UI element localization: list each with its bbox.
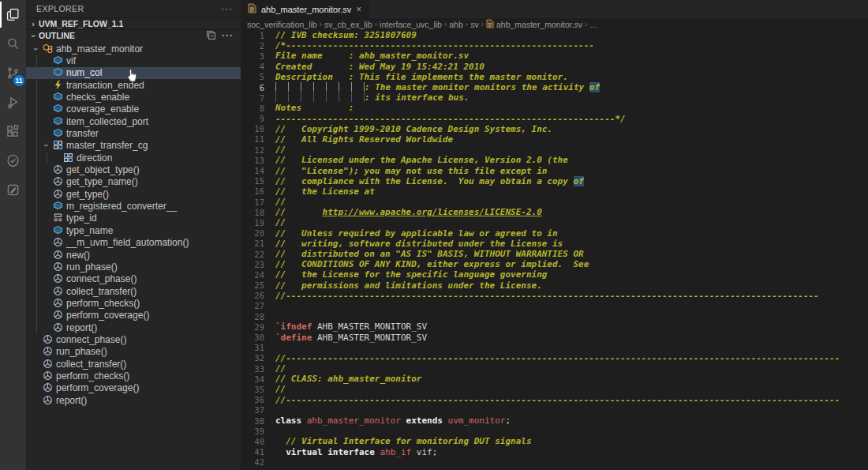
code-line-4[interactable]: 4Created : Wed May 19 15:42:21 2010 <box>241 62 868 72</box>
code-line-38[interactable]: 38class ahb_master_monitor extends uvm_m… <box>241 415 868 426</box>
code-line-41[interactable]: 41 virtual interface ahb_if vif; <box>241 447 868 457</box>
code-line-37[interactable]: 37 <box>241 405 868 415</box>
code-line-32[interactable]: 32//------------------------------------… <box>241 353 868 363</box>
breadcrumb-item-sv[interactable]: sv <box>470 20 479 29</box>
search-icon[interactable] <box>0 29 26 58</box>
outline-item-run_phase[interactable]: run_phase() <box>26 261 241 273</box>
explorer-icon[interactable] <box>0 0 26 29</box>
outline-item-report[interactable]: report() <box>26 321 241 333</box>
code-line-30[interactable]: 30`define AHB_MASTER_MONITOR_SV <box>241 332 868 342</box>
outline-item-num_col[interactable]: num_col <box>26 67 241 79</box>
breadcrumb-item-...[interactable]: ... <box>589 20 597 29</box>
code-line-11[interactable]: 11// All Rights Reserved Worldwide <box>241 134 868 145</box>
code-line-2[interactable]: 2/*-------------------------------------… <box>241 40 868 51</box>
breadcrumb-item-soc_verification_lib[interactable]: soc_verification_lib <box>247 20 317 29</box>
outline-item-vif[interactable]: vif <box>26 55 241 66</box>
code-line-35[interactable]: 35// <box>241 384 868 394</box>
code-line-36[interactable]: 36//------------------------------------… <box>241 395 868 405</box>
code-line-18[interactable]: 18// http://www.apache.org/licenses/LICE… <box>241 207 868 217</box>
code-line-16[interactable]: 16// the License at <box>241 186 868 197</box>
outline-item-type_name[interactable]: type_name <box>26 224 241 236</box>
breadcrumb-item-interface_uvc_lib[interactable]: interface_uvc_lib <box>380 20 442 29</box>
outline-item-new[interactable]: new() <box>26 249 241 261</box>
code-line-34[interactable]: 34// CLASS: ahb_master_monitor <box>241 374 868 384</box>
tab-ahb-master-monitor[interactable]: ahb_master_monitor.sv × <box>241 0 369 18</box>
code-line-24[interactable]: 24// the License for the specific langua… <box>241 269 868 280</box>
run-debug-icon[interactable] <box>0 88 26 117</box>
outline-item-perform_checks[interactable]: perform_checks() <box>26 370 241 382</box>
outline-item-collect_transfer[interactable]: collect_transfer() <box>26 285 241 297</box>
code-text: // writing, software distributed under t… <box>275 239 563 249</box>
outline-item-perform_coverage[interactable]: perform_coverage() <box>26 310 241 321</box>
section-outline[interactable]: › OUTLINE ··· <box>26 29 241 41</box>
outline-item-direction[interactable]: direction <box>26 152 241 164</box>
symbol-field-icon <box>51 67 64 78</box>
outline-item-connect_phase[interactable]: connect_phase() <box>26 333 241 345</box>
code-line-12[interactable]: 12// <box>241 145 868 155</box>
close-icon[interactable]: × <box>356 5 361 14</box>
code-line-3[interactable]: 3File name : ahb_master_monitor.sv <box>241 51 868 61</box>
outline-item-ahb_master_monitor[interactable]: ›ahb_master_monitor <box>26 43 241 55</box>
code-line-21[interactable]: 21// writing, software distributed under… <box>241 239 868 249</box>
outline-item-m_registered_converter__[interactable]: m_registered_converter__ <box>26 200 241 212</box>
notebook-icon[interactable] <box>0 175 26 205</box>
outline-item-perform_coverage[interactable]: perform_coverage() <box>26 382 241 394</box>
code-editor[interactable]: 1// IVB checksum: 32518076092/*---------… <box>241 30 868 470</box>
outline-item-item_collected_port[interactable]: item_collected_port <box>26 115 241 127</box>
code-line-8[interactable]: 8Notes : <box>241 103 868 113</box>
code-line-26[interactable]: 26//------------------------------------… <box>241 291 868 301</box>
outline-item-connect_phase[interactable]: connect_phase() <box>26 273 241 285</box>
outline-more-icon[interactable]: ··· <box>222 30 234 41</box>
code-line-33[interactable]: 33// <box>241 363 868 374</box>
code-line-27[interactable]: 27 <box>241 301 868 311</box>
tree-indent-guide <box>36 55 37 334</box>
breadcrumb-item-ahb[interactable]: ahb <box>449 20 463 29</box>
source-control-icon[interactable]: 11 <box>0 58 26 88</box>
code-line-25[interactable]: 25// permissions and limitations under t… <box>241 280 868 291</box>
symbol-field-icon <box>51 92 64 103</box>
outline-item-get_type[interactable]: get_type() <box>26 188 241 200</box>
testing-icon[interactable] <box>0 146 26 175</box>
code-line-17[interactable]: 17// <box>241 197 868 207</box>
outline-item-run_phase[interactable]: run_phase() <box>26 346 241 358</box>
outline-item-type_id[interactable]: type_id <box>26 212 241 224</box>
outline-item-label: transaction_ended <box>64 80 144 91</box>
outline-item-collect_transfer[interactable]: collect_transfer() <box>26 358 241 370</box>
outline-item-report[interactable]: report() <box>26 394 241 406</box>
outline-item-transaction_ended[interactable]: transaction_ended <box>26 79 241 91</box>
breadcrumb-item-sv_cb_ex_lib[interactable]: sv_cb_ex_lib <box>324 20 372 29</box>
outline-item-checks_enable[interactable]: checks_enable <box>26 91 241 103</box>
outline-item-get_object_type[interactable]: get_object_type() <box>26 164 241 175</box>
line-number: 40 <box>241 437 264 446</box>
code-line-9[interactable]: 9---------------------------------------… <box>241 114 868 124</box>
outline-item-get_type_name[interactable]: get_type_name() <box>26 176 241 188</box>
code-line-22[interactable]: 22// distributed on an "AS IS" BASIS, WI… <box>241 249 868 259</box>
code-line-23[interactable]: 23// CONDITIONS OF ANY KIND, either expr… <box>241 259 868 269</box>
code-line-42[interactable]: 42 <box>241 457 868 468</box>
code-line-7[interactable]: 7: its interface bus. <box>241 92 868 103</box>
code-line-31[interactable]: 31 <box>241 343 868 353</box>
code-line-6[interactable]: 6: The master monitor monitors the activ… <box>241 82 868 92</box>
code-line-28[interactable]: 28 <box>241 311 868 321</box>
outline-item-coverage_enable[interactable]: coverage_enable <box>26 103 241 115</box>
section-uvm-ref-flow[interactable]: › UVM_REF_FLOW_1.1 <box>26 17 241 29</box>
extensions-icon[interactable] <box>0 117 26 146</box>
code-line-39[interactable]: 39 <box>241 426 868 436</box>
outline-item-master_transfer_cg[interactable]: ›master_transfer_cg <box>26 140 241 152</box>
breadcrumb-item-ahb_master_monitor.sv[interactable]: ahb_master_monitor.sv <box>486 19 582 30</box>
code-line-13[interactable]: 13// Licensed under the Apache License, … <box>241 155 868 165</box>
outline-item-__m_uvm_field_automation[interactable]: __m_uvm_field_automation() <box>26 237 241 249</box>
code-line-40[interactable]: 40 // Virtual Interface for monitoring D… <box>241 436 868 446</box>
outline-item-transfer[interactable]: transfer <box>26 127 241 139</box>
code-line-19[interactable]: 19// <box>241 217 868 227</box>
explorer-more-icon[interactable]: ··· <box>221 3 233 14</box>
code-line-5[interactable]: 5Description : This file implements the … <box>241 72 868 82</box>
code-line-10[interactable]: 10// Copyright 1999-2010 Cadence Design … <box>241 124 868 134</box>
code-line-15[interactable]: 15// compliance with the License. You ma… <box>241 176 868 186</box>
code-line-14[interactable]: 14// "License"); you may not use this fi… <box>241 165 868 175</box>
outline-item-perform_checks[interactable]: perform_checks() <box>26 297 241 309</box>
collapse-all-icon[interactable] <box>206 30 216 42</box>
code-line-29[interactable]: 29`ifndef AHB_MASTER_MONITOR_SV <box>241 321 868 332</box>
code-line-1[interactable]: 1// IVB checksum: 3251807609 <box>241 30 868 40</box>
code-line-20[interactable]: 20// Unless required by applicable law o… <box>241 228 868 239</box>
